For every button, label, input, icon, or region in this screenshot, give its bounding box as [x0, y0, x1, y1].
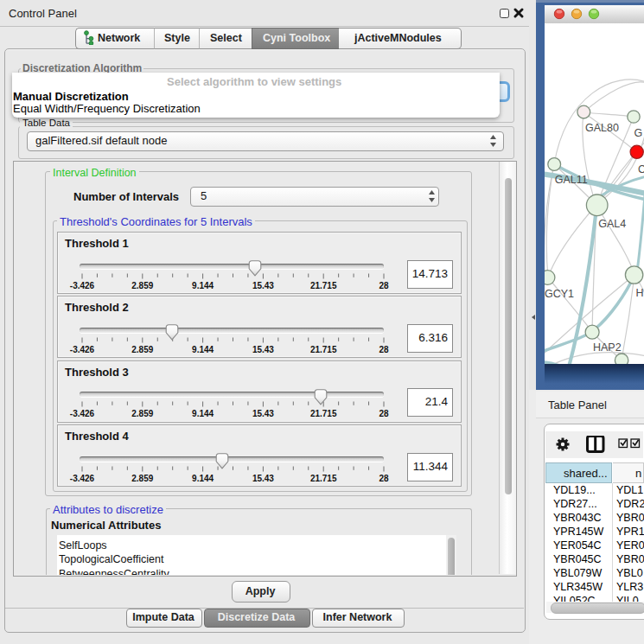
svg-text:G: G	[634, 127, 642, 139]
svg-text:GAL80: GAL80	[585, 122, 619, 134]
svg-text:GAL11: GAL11	[555, 174, 588, 186]
svg-text:H: H	[635, 287, 643, 299]
svg-text:HAP2: HAP2	[593, 341, 622, 354]
svg-text:GCY1: GCY1	[545, 288, 574, 300]
svg-text:C: C	[638, 163, 644, 175]
svg-text:GAL4: GAL4	[598, 218, 626, 230]
